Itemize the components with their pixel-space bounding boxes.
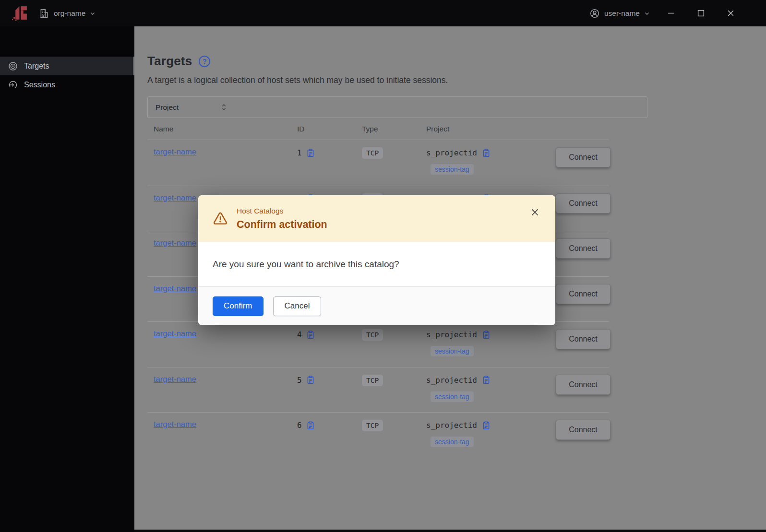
dialog-header: Host Catalogs Confirm activation bbox=[198, 195, 555, 242]
dialog-body: Are you sure you want to archive this ca… bbox=[198, 242, 555, 286]
top-bar: org-name user-name bbox=[0, 0, 766, 26]
help-icon[interactable]: ? bbox=[199, 56, 210, 67]
copy-id-icon[interactable] bbox=[306, 331, 315, 339]
target-id-value: 5 bbox=[297, 376, 302, 385]
target-name-link[interactable]: target-name bbox=[154, 375, 196, 383]
sidebar-item-label: Targets bbox=[24, 62, 49, 71]
connect-button[interactable]: Connect bbox=[556, 238, 610, 259]
window-bottom-edge bbox=[134, 530, 766, 532]
connect-button[interactable]: Connect bbox=[556, 375, 610, 395]
user-icon bbox=[589, 8, 600, 19]
copy-id-icon[interactable] bbox=[306, 149, 315, 157]
user-menu[interactable]: user-name bbox=[589, 8, 650, 19]
target-icon bbox=[8, 61, 18, 71]
type-badge: TCP bbox=[362, 147, 383, 159]
org-switcher[interactable]: org-name bbox=[39, 8, 96, 19]
column-header: Project bbox=[426, 125, 556, 133]
close-window-button[interactable] bbox=[724, 7, 737, 20]
target-name-link[interactable]: target-name bbox=[154, 193, 196, 202]
page-subtitle: A target is a logical collection of host… bbox=[147, 75, 448, 85]
confirm-dialog: Host Catalogs Confirm activation Are you… bbox=[198, 195, 555, 325]
copy-id-icon[interactable] bbox=[306, 376, 315, 384]
project-filter-dropdown[interactable]: Project bbox=[147, 96, 647, 118]
minimize-button[interactable] bbox=[664, 7, 678, 20]
session-enter-icon bbox=[8, 80, 18, 90]
project-id-value: s_projectid bbox=[426, 421, 477, 430]
type-badge: TCP bbox=[362, 329, 383, 341]
chevron-down-icon bbox=[644, 11, 650, 16]
boundary-logo-icon bbox=[12, 4, 29, 22]
connect-button[interactable]: Connect bbox=[556, 147, 610, 167]
session-tag-link[interactable]: session-tag bbox=[431, 346, 474, 356]
target-id-value: 4 bbox=[297, 330, 302, 339]
filter-label: Project bbox=[156, 103, 179, 112]
session-tag-link[interactable]: session-tag bbox=[431, 391, 474, 402]
confirm-button[interactable]: Confirm bbox=[213, 296, 263, 316]
connect-button[interactable]: Connect bbox=[556, 193, 610, 213]
table-row: target-name 1 TCP s_projectid bbox=[147, 140, 609, 186]
connect-button[interactable]: Connect bbox=[556, 329, 610, 349]
target-id-value: 1 bbox=[297, 148, 302, 157]
select-caret-icon bbox=[221, 103, 227, 111]
window-controls bbox=[664, 7, 737, 20]
table-row: target-name 4 TCP s_projectid bbox=[147, 321, 609, 367]
sidebar-item-label: Sessions bbox=[24, 81, 55, 89]
sidebar-item-targets[interactable]: Targets bbox=[0, 57, 134, 75]
column-header: ID bbox=[297, 125, 362, 133]
copy-id-icon[interactable] bbox=[306, 421, 315, 430]
table-header-row: Name ID Type Project bbox=[147, 118, 609, 140]
close-dialog-icon[interactable] bbox=[529, 207, 540, 217]
sidebar-item-sessions[interactable]: Sessions bbox=[0, 75, 134, 94]
org-name-label: org-name bbox=[54, 9, 85, 18]
app-window: org-name user-name bbox=[0, 0, 766, 532]
cancel-button[interactable]: Cancel bbox=[273, 296, 322, 316]
copy-project-id-icon[interactable] bbox=[482, 376, 491, 384]
user-name-label: user-name bbox=[604, 9, 640, 18]
chevron-down-icon bbox=[90, 11, 96, 16]
dialog-message: Are you sure you want to archive this ca… bbox=[213, 259, 399, 270]
connect-button[interactable]: Connect bbox=[556, 284, 610, 304]
target-name-link[interactable]: target-name bbox=[154, 329, 196, 338]
project-id-value: s_projectid bbox=[426, 330, 477, 339]
table-row: target-name 5 TCP s_projectid bbox=[147, 367, 609, 413]
project-id-value: s_projectid bbox=[426, 376, 477, 385]
target-name-link[interactable]: target-name bbox=[154, 147, 196, 156]
dialog-footer: Confirm Cancel bbox=[198, 286, 555, 325]
session-tag-link[interactable]: session-tag bbox=[431, 164, 474, 175]
copy-project-id-icon[interactable] bbox=[482, 331, 491, 339]
session-tag-link[interactable]: session-tag bbox=[431, 437, 474, 447]
sidebar: Targets Sessions bbox=[0, 26, 134, 532]
copy-project-id-icon[interactable] bbox=[482, 421, 491, 430]
table-row: target-name 6 TCP s_projectid bbox=[147, 412, 609, 458]
type-badge: TCP bbox=[362, 375, 383, 386]
column-header: Name bbox=[147, 125, 297, 133]
connect-button[interactable]: Connect bbox=[556, 420, 610, 440]
copy-project-id-icon[interactable] bbox=[482, 149, 491, 157]
project-id-value: s_projectid bbox=[426, 148, 477, 157]
maximize-button[interactable] bbox=[694, 7, 707, 20]
org-building-icon bbox=[39, 8, 49, 19]
target-name-link[interactable]: target-name bbox=[154, 284, 196, 293]
target-name-link[interactable]: target-name bbox=[154, 238, 196, 247]
warning-triangle-icon bbox=[213, 211, 228, 226]
dialog-context-label: Host Catalogs bbox=[237, 207, 327, 215]
target-name-link[interactable]: target-name bbox=[154, 420, 196, 428]
dialog-title: Confirm activation bbox=[237, 219, 327, 231]
page-title: Targets bbox=[147, 54, 192, 69]
type-badge: TCP bbox=[362, 420, 383, 431]
column-header: Type bbox=[362, 125, 426, 133]
target-id-value: 6 bbox=[297, 421, 302, 430]
